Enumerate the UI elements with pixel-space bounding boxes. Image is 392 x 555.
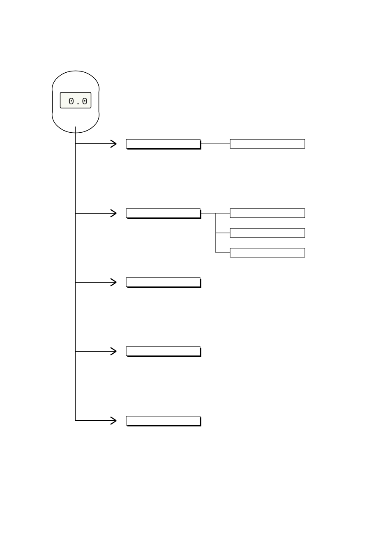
secondary-box bbox=[230, 228, 305, 237]
arrow-head bbox=[111, 282, 116, 286]
arrow-head bbox=[111, 348, 116, 351]
primary-box bbox=[126, 347, 200, 356]
secondary-box bbox=[230, 248, 305, 257]
secondary-box bbox=[230, 139, 305, 148]
arrow-head bbox=[111, 351, 116, 355]
arrow-head bbox=[111, 279, 116, 282]
arrow-head bbox=[111, 144, 116, 147]
arrow-head bbox=[111, 417, 116, 421]
primary-box bbox=[126, 278, 200, 287]
primary-box bbox=[126, 139, 200, 148]
primary-box bbox=[126, 209, 200, 218]
primary-box bbox=[126, 416, 200, 425]
arrow-head bbox=[111, 421, 116, 424]
secondary-box bbox=[230, 209, 305, 218]
arrow-head bbox=[111, 140, 116, 144]
diagram-canvas: 0.0 bbox=[0, 0, 392, 555]
arrow-head bbox=[111, 210, 116, 213]
display-value: 0.0 bbox=[68, 96, 88, 107]
arrow-head bbox=[111, 213, 116, 217]
